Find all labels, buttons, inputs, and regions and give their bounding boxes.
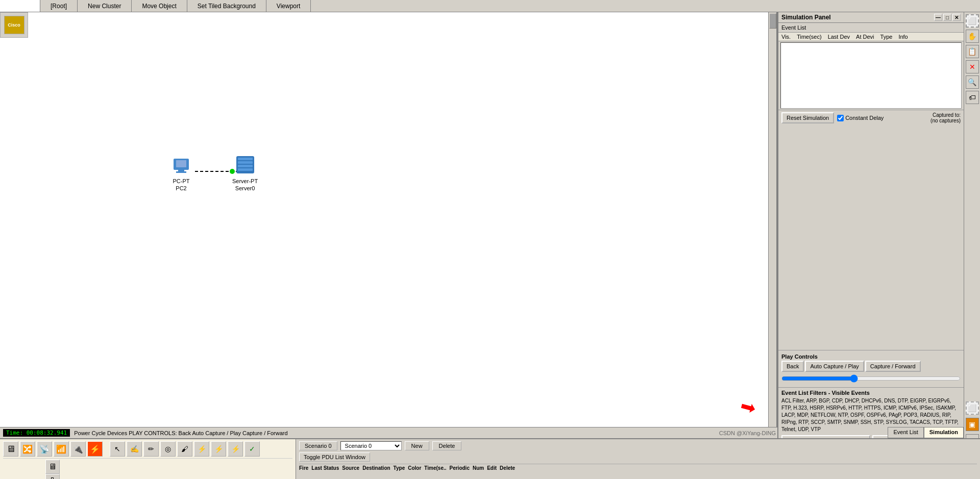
delete-tool-btn[interactable]: ✕ <box>966 60 979 73</box>
menu-set-tiled-bg[interactable]: Set Tiled Background <box>187 0 266 12</box>
top-menu-bar: Logical [Root] New Cluster Move Object S… <box>0 0 980 12</box>
play-slider[interactable] <box>781 375 961 382</box>
vscroll-thumb[interactable] <box>769 13 776 29</box>
col-type: Type <box>880 34 893 40</box>
sim-panel-close[interactable]: ✕ <box>952 14 961 21</box>
conn-tool-select[interactable]: ↖ <box>110 441 125 457</box>
filters-title: Event List Filters - Visible Events <box>781 390 961 396</box>
sim-panel-header: Simulation Panel — □ ✕ <box>778 12 964 23</box>
col-info: Info <box>898 34 908 40</box>
conn-tool-lightning1[interactable]: ⚡ <box>194 441 209 457</box>
scenario-select[interactable]: Scenario 0 <box>340 441 402 450</box>
constant-delay-checkbox[interactable] <box>837 115 844 121</box>
server0-device[interactable]: Server-PT Server0 <box>232 155 258 191</box>
canvas-area[interactable]: Cisco PC-PT PC2 <box>0 12 777 448</box>
sim-panel-title: Simulation Panel <box>781 14 831 21</box>
fire-button[interactable]: Scenario 0 <box>299 441 337 450</box>
device-btn-3[interactable]: 📡 <box>37 441 52 457</box>
tools-row-top: 🖥 🔀 📡 📶 🔌 ⚡ ↖ ✍ ✏ ◎ 🖌 ⚡ ⚡ ⚡ ✓ <box>3 441 292 457</box>
new-scenario-button[interactable]: New <box>405 441 429 450</box>
event-list-body[interactable] <box>780 42 962 109</box>
time-display: Time: 00:08:32.941 <box>3 429 70 437</box>
dashed-rect-btn[interactable]: ⬜ <box>966 401 979 415</box>
sim-panel-minimize[interactable]: — <box>934 14 942 21</box>
conn-tool-lightning3[interactable]: ⚡ <box>228 441 243 457</box>
svg-rect-9 <box>238 165 253 167</box>
th-source: Source <box>342 465 359 471</box>
bottom-dev-1[interactable]: 🖥 <box>45 460 60 474</box>
col-atdevi: At Devi <box>856 34 874 40</box>
menu-viewport[interactable]: Viewport <box>266 0 311 12</box>
conn-tool-eraser[interactable]: ◎ <box>160 441 176 457</box>
right-toolbar: ⬜ ✋ 📋 ✕ 🔍 🏷 ⬜ ▣ ✉ <box>964 12 980 448</box>
th-destination: Destination <box>362 465 390 471</box>
device-btn-6[interactable]: ⚡ <box>87 441 103 457</box>
scenario-row: Scenario 0 Scenario 0 New Delete <box>299 441 977 450</box>
cisco-logo: Cisco <box>0 12 28 38</box>
capture-forward-button[interactable]: Capture / Forward <box>865 361 921 372</box>
menu-move-object[interactable]: Move Object <box>132 0 187 12</box>
svg-rect-5 <box>176 171 186 173</box>
connections-bottom-row: Connections 🖥 🖧 📡 📶 🔌 🖨 Automatically Ch… <box>3 458 292 479</box>
menu-logical[interactable]: Logical <box>0 0 40 12</box>
event-list-tab[interactable]: Event List <box>888 427 923 438</box>
svg-rect-10 <box>238 168 253 171</box>
sim-panel-buttons: — □ ✕ <box>934 14 961 21</box>
play-controls-label: Play Controls <box>781 352 961 361</box>
device-btn-5[interactable]: 🔌 <box>70 441 86 457</box>
bottom-dev-2[interactable]: 🖧 <box>45 474 60 479</box>
th-last-status: Last Status <box>311 465 339 471</box>
th-color: Color <box>408 465 421 471</box>
tools-separator <box>104 441 108 457</box>
col-vis: Vis. <box>781 34 791 40</box>
note-tool-btn[interactable]: 📋 <box>966 45 979 58</box>
zoom-tool-btn[interactable]: 🔍 <box>966 75 979 89</box>
menu-root[interactable]: [Root] <box>40 0 78 12</box>
conn-tool-move[interactable]: ✍ <box>127 441 142 457</box>
scenario-pdu-area: Scenario 0 Scenario 0 New Delete Toggle … <box>296 439 980 479</box>
play-controls-status: Power Cycle Devices PLAY CONTROLS: Back … <box>74 430 287 436</box>
menu-new-cluster[interactable]: New Cluster <box>78 0 132 12</box>
canvas-vscrollbar[interactable] <box>768 12 776 448</box>
connection-tools-panel: 🖥 🔀 📡 📶 🔌 ⚡ ↖ ✍ ✏ ◎ 🖌 ⚡ ⚡ ⚡ ✓ Connection… <box>0 439 296 479</box>
simulation-tab[interactable]: Simulation <box>924 427 964 438</box>
sim-panel-spacer <box>778 128 964 350</box>
conn-tool-paint[interactable]: 🖌 <box>177 441 192 457</box>
conn-tool-check[interactable]: ✓ <box>244 441 260 457</box>
constant-delay-label[interactable]: Constant Delay <box>837 115 884 121</box>
play-controls-section: Play Controls Back Auto Capture / Play C… <box>778 350 964 387</box>
device-btn-1[interactable]: 🖥 <box>3 441 18 457</box>
svg-rect-4 <box>178 170 184 171</box>
tag-tool-btn[interactable]: 🏷 <box>966 91 979 104</box>
svg-rect-8 <box>238 161 253 164</box>
back-button[interactable]: Back <box>781 361 804 372</box>
toggle-pdu-button[interactable]: Toggle PDU List Window <box>299 452 370 462</box>
event-list-columns: Vis. Time(sec) Last Dev At Devi Type Inf… <box>778 33 964 41</box>
th-num: Num <box>473 465 484 471</box>
auto-capture-play-button[interactable]: Auto Capture / Play <box>805 361 864 372</box>
conn-tool-lightning2[interactable]: ⚡ <box>211 441 226 457</box>
th-time: Time(se.. <box>424 465 446 471</box>
pc2-device[interactable]: PC-PT PC2 <box>171 158 191 191</box>
col-time: Time(sec) <box>797 34 821 40</box>
reset-simulation-button[interactable]: Reset Simulation <box>781 112 834 123</box>
device-btn-2[interactable]: 🔀 <box>20 441 35 457</box>
conn-tool-pencil[interactable]: ✏ <box>143 441 159 457</box>
hand-tool-btn[interactable]: ✋ <box>966 30 979 43</box>
delete-scenario-button[interactable]: Delete <box>432 441 462 450</box>
device-btn-4[interactable]: 📶 <box>54 441 69 457</box>
server0-name-label: Server0 <box>232 185 258 191</box>
reset-row: Reset Simulation Constant Delay Captured… <box>778 110 964 125</box>
network-connection-svg <box>0 12 776 448</box>
orange-box-btn[interactable]: ▣ <box>966 418 979 431</box>
arrow-icon: ➡ <box>738 395 758 419</box>
full-bottom-toolbar: 🖥 🔀 📡 📶 🔌 ⚡ ↖ ✍ ✏ ◎ 🖌 ⚡ ⚡ ⚡ ✓ Connection… <box>0 438 980 479</box>
sim-panel-maximize[interactable]: □ <box>943 14 951 21</box>
constant-delay-text: Constant Delay <box>845 115 884 121</box>
selection-tool-btn[interactable]: ⬜ <box>966 14 979 28</box>
svg-rect-3 <box>176 160 186 167</box>
play-slider-container <box>781 374 961 385</box>
server0-type-label: Server-PT <box>232 178 258 184</box>
th-fire: Fire <box>299 465 308 471</box>
sim-tabs-container: Event List Simulation <box>888 427 964 438</box>
